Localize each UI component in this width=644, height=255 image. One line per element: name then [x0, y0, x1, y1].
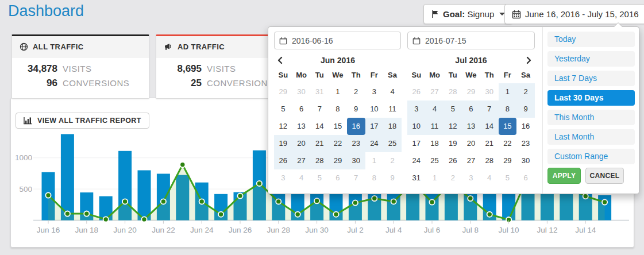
calendar-day[interactable]: 2 [516, 83, 535, 101]
calendar-day[interactable]: 6 [329, 169, 347, 187]
calendar-day[interactable]: 5 [499, 169, 517, 187]
calendar-day[interactable]: 31 [407, 169, 426, 187]
calendar-day[interactable]: 7 [347, 169, 365, 187]
range-item[interactable]: Yesterday [547, 51, 635, 67]
calendar-day[interactable]: 8 [329, 101, 347, 118]
calendar-day[interactable]: 12 [444, 118, 462, 135]
calendar-day[interactable]: 5 [444, 101, 462, 118]
calendar-day[interactable]: 9 [347, 101, 365, 118]
calendar-day[interactable]: 7 [310, 101, 329, 118]
range-item[interactable]: Today [547, 32, 635, 47]
calendar-day[interactable]: 3 [407, 101, 426, 118]
cancel-button[interactable]: CANCEL [585, 168, 624, 184]
calendar-day[interactable]: 18 [426, 135, 444, 152]
calendar-day[interactable]: 5 [274, 101, 292, 118]
calendar-day[interactable]: 15 [329, 118, 347, 135]
calendar-day[interactable]: 3 [365, 83, 384, 101]
calendar-day[interactable]: 5 [310, 169, 329, 187]
calendar-day[interactable]: 15 [499, 118, 517, 135]
calendar-day[interactable]: 10 [407, 118, 426, 135]
calendar-day[interactable]: 16 [347, 118, 365, 135]
calendar-day[interactable]: 27 [426, 83, 444, 101]
calendar-day[interactable]: 1 [365, 152, 384, 169]
calendar-day[interactable]: 20 [292, 135, 311, 152]
calendar-day[interactable]: 23 [347, 135, 365, 152]
calendar-day[interactable]: 26 [444, 152, 462, 169]
calendar-day[interactable]: 29 [462, 83, 480, 101]
calendar-day[interactable]: 1 [426, 169, 444, 187]
calendar-day[interactable]: 10 [365, 101, 384, 118]
calendar-day[interactable]: 29 [329, 152, 347, 169]
calendar-day[interactable]: 30 [516, 152, 535, 169]
calendar-day[interactable]: 25 [426, 152, 444, 169]
goal-dropdown-button[interactable]: Goal: Signup [423, 4, 512, 24]
calendar-day[interactable]: 1 [329, 83, 347, 101]
calendar-day[interactable]: 18 [383, 118, 402, 135]
calendar-day[interactable]: 31 [310, 83, 329, 101]
calendar-day[interactable]: 8 [365, 169, 384, 187]
calendar-day[interactable]: 3 [462, 169, 480, 187]
range-item[interactable]: Last Month [547, 129, 635, 145]
calendar-day[interactable]: 28 [310, 152, 329, 169]
calendar-day[interactable]: 28 [480, 152, 499, 169]
calendar-day[interactable]: 20 [462, 135, 480, 152]
calendar-day[interactable]: 6 [516, 169, 535, 187]
calendar-day[interactable]: 30 [480, 83, 499, 101]
calendar-day[interactable]: 27 [462, 152, 480, 169]
calendar-day[interactable]: 9 [516, 101, 535, 118]
calendar-day[interactable]: 22 [499, 135, 517, 152]
calendar-day[interactable]: 14 [480, 118, 499, 135]
range-item[interactable]: This Month [547, 110, 635, 125]
calendar-day[interactable]: 27 [292, 152, 311, 169]
calendar-day[interactable]: 24 [407, 152, 426, 169]
calendar-day[interactable]: 6 [292, 101, 311, 118]
calendar-day[interactable]: 4 [480, 169, 499, 187]
next-month-button[interactable] [523, 54, 535, 67]
calendar-day[interactable]: 7 [480, 101, 499, 118]
calendar-day[interactable]: 2 [347, 83, 365, 101]
calendar-day[interactable]: 14 [310, 118, 329, 135]
calendar-day[interactable]: 26 [274, 152, 292, 169]
end-date-input[interactable] [424, 36, 530, 46]
range-item[interactable]: Last 30 Days [547, 90, 635, 106]
calendar-day[interactable]: 30 [292, 83, 311, 101]
calendar-day[interactable]: 11 [426, 118, 444, 135]
range-item[interactable]: Custom Range [547, 149, 635, 164]
calendar-day[interactable]: 26 [407, 83, 426, 101]
calendar-day[interactable]: 3 [274, 169, 292, 187]
calendar-day[interactable]: 2 [383, 152, 402, 169]
calendar-day[interactable]: 17 [365, 118, 384, 135]
calendar-day[interactable]: 30 [347, 152, 365, 169]
calendar-day[interactable]: 22 [329, 135, 347, 152]
view-all-traffic-report-button[interactable]: VIEW ALL TRAFFIC REPORT [16, 113, 149, 129]
calendar-day[interactable]: 4 [426, 101, 444, 118]
calendar-day[interactable]: 8 [499, 101, 517, 118]
calendar-day[interactable]: 17 [407, 135, 426, 152]
calendar-day[interactable]: 24 [365, 135, 384, 152]
calendar-day[interactable]: 19 [274, 135, 292, 152]
daterange-dropdown-button[interactable]: June 16, 2016 - July 15, 2016 [504, 4, 644, 24]
calendar-day[interactable]: 29 [499, 152, 517, 169]
calendar-day[interactable]: 11 [383, 101, 402, 118]
calendar-day[interactable]: 23 [516, 135, 535, 152]
calendar-day[interactable]: 16 [516, 118, 535, 135]
start-date-input[interactable] [291, 36, 396, 46]
calendar-day[interactable]: 1 [499, 83, 517, 101]
prev-month-button[interactable] [274, 54, 286, 67]
calendar-day[interactable]: 4 [292, 169, 311, 187]
calendar-day[interactable]: 4 [383, 83, 402, 101]
calendar-day[interactable]: 6 [462, 101, 480, 118]
calendar-day[interactable]: 29 [274, 83, 292, 101]
calendar-day[interactable]: 28 [444, 83, 462, 101]
calendar-day[interactable]: 13 [462, 118, 480, 135]
calendar-day[interactable]: 19 [444, 135, 462, 152]
calendar-day[interactable]: 13 [292, 118, 311, 135]
calendar-day[interactable]: 25 [383, 135, 402, 152]
apply-button[interactable]: APPLY [547, 168, 581, 184]
calendar-day[interactable]: 12 [274, 118, 292, 135]
range-item[interactable]: Last 7 Days [547, 71, 635, 86]
calendar-day[interactable]: 9 [383, 169, 402, 187]
calendar-day[interactable]: 21 [310, 135, 329, 152]
calendar-day[interactable]: 2 [444, 169, 462, 187]
calendar-day[interactable]: 21 [480, 135, 499, 152]
